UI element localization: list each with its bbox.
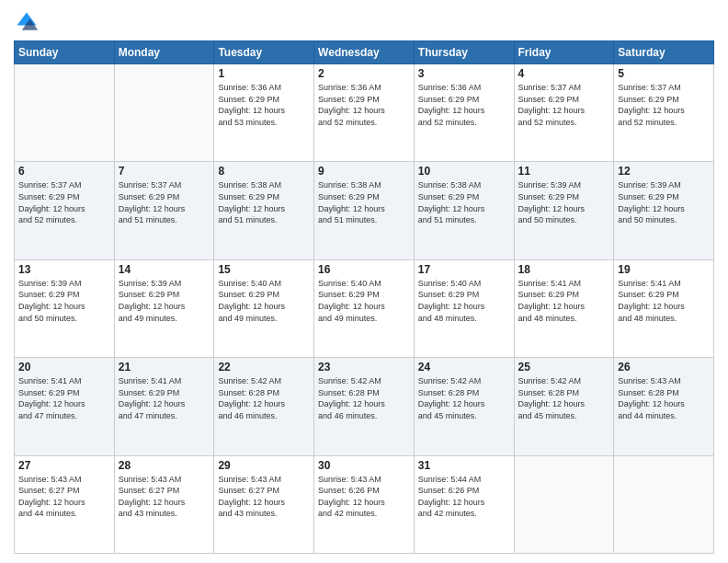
day-info: Sunrise: 5:39 AM Sunset: 6:29 PM Dayligh…	[18, 278, 110, 324]
day-number: 17	[418, 263, 510, 276]
calendar-cell: 17Sunrise: 5:40 AM Sunset: 6:29 PM Dayli…	[414, 259, 514, 357]
calendar-cell: 30Sunrise: 5:43 AM Sunset: 6:26 PM Dayli…	[314, 455, 415, 553]
day-number: 25	[518, 361, 610, 373]
calendar-cell: 9Sunrise: 5:38 AM Sunset: 6:29 PM Daylig…	[314, 162, 415, 259]
col-header-wednesday: Wednesday	[314, 41, 415, 64]
calendar-cell: 19Sunrise: 5:41 AM Sunset: 6:29 PM Dayli…	[614, 259, 714, 357]
day-info: Sunrise: 5:42 AM Sunset: 6:28 PM Dayligh…	[518, 375, 610, 421]
col-header-sunday: Sunday	[15, 41, 115, 64]
day-number: 27	[18, 459, 110, 472]
calendar-cell: 3Sunrise: 5:36 AM Sunset: 6:29 PM Daylig…	[414, 64, 514, 162]
day-number: 5	[618, 67, 710, 80]
day-info: Sunrise: 5:42 AM Sunset: 6:28 PM Dayligh…	[318, 375, 410, 421]
calendar-cell: 25Sunrise: 5:42 AM Sunset: 6:28 PM Dayli…	[514, 358, 614, 455]
day-number: 31	[418, 459, 510, 472]
calendar-cell: 31Sunrise: 5:44 AM Sunset: 6:26 PM Dayli…	[414, 455, 514, 553]
calendar-cell: 23Sunrise: 5:42 AM Sunset: 6:28 PM Dayli…	[314, 358, 415, 455]
day-info: Sunrise: 5:38 AM Sunset: 6:29 PM Dayligh…	[318, 179, 410, 225]
calendar-cell: 22Sunrise: 5:42 AM Sunset: 6:28 PM Dayli…	[214, 358, 314, 455]
calendar-cell: 4Sunrise: 5:37 AM Sunset: 6:29 PM Daylig…	[514, 64, 614, 162]
calendar-cell: 16Sunrise: 5:40 AM Sunset: 6:29 PM Dayli…	[314, 259, 415, 357]
day-number: 2	[318, 67, 410, 80]
day-number: 3	[418, 67, 510, 80]
day-number: 16	[318, 263, 410, 276]
day-number: 4	[518, 67, 610, 80]
day-number: 20	[18, 361, 110, 373]
calendar-week-row: 1Sunrise: 5:36 AM Sunset: 6:29 PM Daylig…	[15, 64, 714, 162]
calendar-cell: 15Sunrise: 5:40 AM Sunset: 6:29 PM Dayli…	[214, 259, 314, 357]
day-info: Sunrise: 5:44 AM Sunset: 6:26 PM Dayligh…	[418, 474, 510, 520]
day-number: 7	[119, 165, 210, 178]
day-info: Sunrise: 5:42 AM Sunset: 6:28 PM Dayligh…	[418, 375, 510, 421]
day-info: Sunrise: 5:37 AM Sunset: 6:29 PM Dayligh…	[518, 82, 610, 128]
day-number: 30	[318, 459, 410, 472]
day-info: Sunrise: 5:37 AM Sunset: 6:29 PM Dayligh…	[618, 82, 710, 128]
day-info: Sunrise: 5:40 AM Sunset: 6:29 PM Dayligh…	[318, 278, 410, 324]
day-info: Sunrise: 5:41 AM Sunset: 6:29 PM Dayligh…	[18, 375, 110, 421]
calendar-week-row: 20Sunrise: 5:41 AM Sunset: 6:29 PM Dayli…	[15, 358, 714, 455]
day-info: Sunrise: 5:42 AM Sunset: 6:28 PM Dayligh…	[218, 375, 310, 421]
day-info: Sunrise: 5:38 AM Sunset: 6:29 PM Dayligh…	[418, 179, 510, 225]
calendar-cell: 12Sunrise: 5:39 AM Sunset: 6:29 PM Dayli…	[614, 162, 714, 259]
calendar-cell: 10Sunrise: 5:38 AM Sunset: 6:29 PM Dayli…	[414, 162, 514, 259]
day-number: 22	[218, 361, 310, 373]
calendar-cell: 27Sunrise: 5:43 AM Sunset: 6:27 PM Dayli…	[15, 455, 115, 553]
calendar-cell	[114, 64, 214, 162]
calendar-header-row: SundayMondayTuesdayWednesdayThursdayFrid…	[15, 41, 714, 64]
calendar-week-row: 27Sunrise: 5:43 AM Sunset: 6:27 PM Dayli…	[15, 455, 714, 553]
calendar-cell: 28Sunrise: 5:43 AM Sunset: 6:27 PM Dayli…	[114, 455, 214, 553]
day-info: Sunrise: 5:43 AM Sunset: 6:27 PM Dayligh…	[119, 474, 210, 520]
calendar-cell: 13Sunrise: 5:39 AM Sunset: 6:29 PM Dayli…	[15, 259, 115, 357]
day-number: 21	[119, 361, 210, 373]
day-info: Sunrise: 5:43 AM Sunset: 6:26 PM Dayligh…	[318, 474, 410, 520]
calendar-cell: 7Sunrise: 5:37 AM Sunset: 6:29 PM Daylig…	[114, 162, 214, 259]
col-header-friday: Friday	[514, 41, 614, 64]
day-info: Sunrise: 5:40 AM Sunset: 6:29 PM Dayligh…	[218, 278, 310, 324]
calendar-cell: 5Sunrise: 5:37 AM Sunset: 6:29 PM Daylig…	[614, 64, 714, 162]
calendar-cell: 20Sunrise: 5:41 AM Sunset: 6:29 PM Dayli…	[15, 358, 115, 455]
day-info: Sunrise: 5:37 AM Sunset: 6:29 PM Dayligh…	[119, 179, 210, 225]
day-info: Sunrise: 5:41 AM Sunset: 6:29 PM Dayligh…	[518, 278, 610, 324]
day-number: 28	[119, 459, 210, 472]
day-info: Sunrise: 5:43 AM Sunset: 6:27 PM Dayligh…	[218, 474, 310, 520]
day-info: Sunrise: 5:41 AM Sunset: 6:29 PM Dayligh…	[119, 375, 210, 421]
calendar-cell	[514, 455, 614, 553]
calendar-cell: 18Sunrise: 5:41 AM Sunset: 6:29 PM Dayli…	[514, 259, 614, 357]
day-number: 12	[618, 165, 710, 178]
day-number: 14	[119, 263, 210, 276]
day-info: Sunrise: 5:36 AM Sunset: 6:29 PM Dayligh…	[318, 82, 410, 128]
day-number: 18	[518, 263, 610, 276]
day-info: Sunrise: 5:39 AM Sunset: 6:29 PM Dayligh…	[618, 179, 710, 225]
day-info: Sunrise: 5:38 AM Sunset: 6:29 PM Dayligh…	[218, 179, 310, 225]
day-info: Sunrise: 5:36 AM Sunset: 6:29 PM Dayligh…	[218, 82, 310, 128]
col-header-saturday: Saturday	[614, 41, 714, 64]
day-info: Sunrise: 5:39 AM Sunset: 6:29 PM Dayligh…	[518, 179, 610, 225]
day-number: 23	[318, 361, 410, 373]
day-info: Sunrise: 5:37 AM Sunset: 6:29 PM Dayligh…	[18, 179, 110, 225]
calendar-cell: 14Sunrise: 5:39 AM Sunset: 6:29 PM Dayli…	[114, 259, 214, 357]
day-info: Sunrise: 5:40 AM Sunset: 6:29 PM Dayligh…	[418, 278, 510, 324]
day-info: Sunrise: 5:36 AM Sunset: 6:29 PM Dayligh…	[418, 82, 510, 128]
calendar-week-row: 6Sunrise: 5:37 AM Sunset: 6:29 PM Daylig…	[15, 162, 714, 259]
col-header-thursday: Thursday	[414, 41, 514, 64]
day-number: 26	[618, 361, 710, 373]
logo	[14, 9, 43, 35]
day-number: 9	[318, 165, 410, 178]
calendar-week-row: 13Sunrise: 5:39 AM Sunset: 6:29 PM Dayli…	[15, 259, 714, 357]
calendar-cell	[614, 455, 714, 553]
col-header-tuesday: Tuesday	[214, 41, 314, 64]
day-number: 1	[218, 67, 310, 80]
day-info: Sunrise: 5:41 AM Sunset: 6:29 PM Dayligh…	[618, 278, 710, 324]
day-info: Sunrise: 5:43 AM Sunset: 6:28 PM Dayligh…	[618, 375, 710, 421]
calendar-cell: 8Sunrise: 5:38 AM Sunset: 6:29 PM Daylig…	[214, 162, 314, 259]
day-number: 6	[18, 165, 110, 178]
calendar-cell: 2Sunrise: 5:36 AM Sunset: 6:29 PM Daylig…	[314, 64, 415, 162]
day-number: 24	[418, 361, 510, 373]
day-number: 19	[618, 263, 710, 276]
calendar-cell: 26Sunrise: 5:43 AM Sunset: 6:28 PM Dayli…	[614, 358, 714, 455]
calendar-cell: 6Sunrise: 5:37 AM Sunset: 6:29 PM Daylig…	[15, 162, 115, 259]
calendar-cell: 24Sunrise: 5:42 AM Sunset: 6:28 PM Dayli…	[414, 358, 514, 455]
day-number: 29	[218, 459, 310, 472]
header	[14, 9, 714, 35]
day-number: 15	[218, 263, 310, 276]
